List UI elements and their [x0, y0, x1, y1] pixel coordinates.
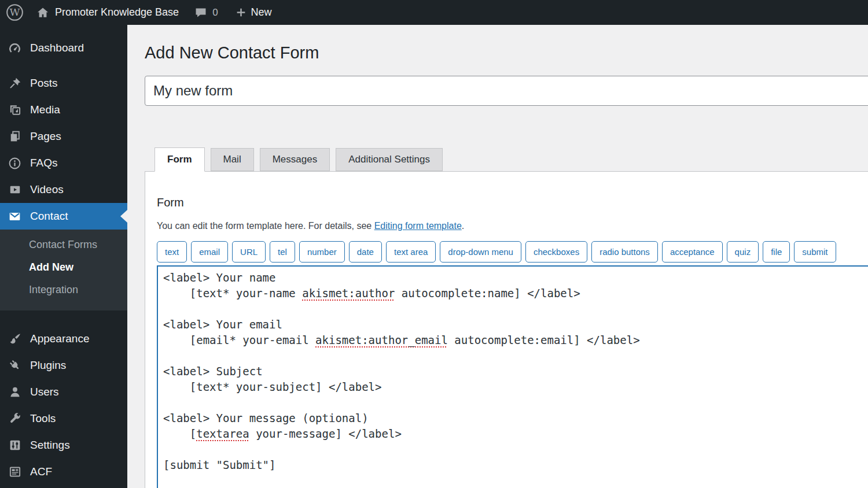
admin-sidebar: DashboardPostsMediaPagesFAQsVideosContac… — [0, 25, 127, 488]
sidebar-item-acf[interactable]: ACF — [0, 459, 127, 485]
brush-icon — [8, 332, 22, 345]
code-text: your-message] </label> — [249, 427, 402, 440]
tag-button-acceptance[interactable]: acceptance — [662, 241, 723, 263]
tag-button-file[interactable]: file — [763, 241, 790, 263]
sidebar-item-label: Pages — [30, 130, 61, 143]
code-line: [text* your-subject] </label> — [163, 379, 863, 395]
tab-messages[interactable]: Messages — [260, 148, 330, 171]
sidebar-item-settings[interactable]: Settings — [0, 432, 127, 459]
tab-additional-settings[interactable]: Additional Settings — [336, 148, 443, 171]
sidebar-item-videos[interactable]: Videos — [0, 176, 127, 203]
form-template-textarea[interactable]: <label> Your name [text* your-name akism… — [157, 265, 868, 488]
comment-bubble-icon — [194, 6, 207, 19]
sidebar-item-label: Appearance — [30, 332, 89, 345]
code-line — [163, 395, 863, 411]
sidebar-item-label: Plugins — [30, 359, 66, 372]
code-text: [text* your-name — [163, 287, 302, 300]
tag-button-date[interactable]: date — [349, 241, 382, 263]
wordpress-logo-button[interactable]: W — [6, 0, 24, 25]
tag-button-url[interactable]: URL — [232, 241, 266, 263]
code-text: [email* your-email — [163, 334, 315, 346]
sidebar-item-appearance[interactable]: Appearance — [0, 326, 127, 352]
code-text: [submit "Submit"] — [163, 459, 275, 471]
code-text: [text* your-subject] </label> — [163, 380, 382, 393]
sidebar-item-pages[interactable]: Pages — [0, 123, 127, 150]
sliders-icon — [8, 439, 22, 452]
code-text: autocomplete:name] </label> — [395, 287, 580, 300]
form-panel-heading: Form — [157, 195, 863, 210]
acf-icon — [8, 465, 22, 478]
code-line: <label> Subject — [163, 364, 863, 379]
new-content-button[interactable]: New — [236, 0, 272, 25]
code-line — [163, 301, 863, 317]
submenu-item-integration[interactable]: Integration — [0, 279, 127, 301]
comments-button[interactable]: 0 — [194, 0, 218, 25]
form-title-input[interactable] — [145, 76, 868, 106]
code-line: <label> Your name — [163, 270, 863, 286]
tag-button-text-area[interactable]: text area — [386, 241, 436, 263]
form-panel: Form You can edit the form template here… — [145, 171, 868, 488]
sidebar-item-posts[interactable]: Posts — [0, 70, 127, 97]
code-line: <label> Your email — [163, 317, 863, 332]
sidebar-item-label: Tools — [30, 412, 56, 425]
misspelled-token: textarea — [196, 427, 249, 440]
sidebar-item-plugins[interactable]: Plugins — [0, 352, 127, 379]
sidebar-item-label: FAQs — [30, 157, 58, 169]
code-line: <label> Your message (optional) — [163, 411, 863, 426]
tag-button-submit[interactable]: submit — [794, 241, 836, 263]
sidebar-item-label: Users — [30, 386, 59, 398]
menu-separator — [0, 310, 127, 326]
svg-text:W: W — [10, 6, 20, 18]
user-icon — [8, 386, 22, 398]
misspelled-token: akismet:author_email — [315, 334, 448, 346]
code-line — [163, 442, 863, 457]
sidebar-item-faqs[interactable]: FAQs — [0, 150, 127, 176]
tag-button-quiz[interactable]: quiz — [727, 241, 759, 263]
main-content: Add New Contact Form FormMailMessagesAdd… — [127, 25, 868, 488]
sidebar-item-label: Dashboard — [30, 42, 84, 54]
sidebar-submenu: Contact FormsAdd NewIntegration — [0, 230, 127, 310]
tag-button-email[interactable]: email — [191, 241, 228, 263]
tag-button-number[interactable]: number — [299, 241, 345, 263]
sidebar-item-contact[interactable]: Contact — [0, 203, 127, 230]
code-text: autocomplete:email] </label> — [448, 334, 640, 346]
video-icon — [8, 183, 22, 196]
tag-button-tel[interactable]: tel — [270, 241, 295, 263]
tab-mail[interactable]: Mail — [211, 148, 254, 171]
sidebar-item-label: Posts — [30, 77, 58, 90]
tag-generator-toolbar: textemailURLtelnumberdatetext areadrop-d… — [157, 241, 863, 263]
media-icon — [8, 103, 22, 116]
home-icon — [36, 6, 49, 19]
submenu-item-contact-forms[interactable]: Contact Forms — [0, 234, 127, 256]
code-line — [163, 348, 863, 364]
tab-form[interactable]: Form — [155, 147, 205, 172]
comments-count: 0 — [212, 7, 218, 19]
sidebar-item-label: Contact — [30, 210, 68, 223]
sidebar-item-users[interactable]: Users — [0, 379, 127, 405]
tag-button-radio-buttons[interactable]: radio buttons — [591, 241, 658, 263]
wrench-icon — [8, 412, 22, 425]
envelope-icon — [8, 210, 22, 223]
code-line: [textarea your-message] </label> — [163, 426, 863, 442]
tag-button-text[interactable]: text — [157, 241, 187, 263]
sidebar-item-media[interactable]: Media — [0, 97, 127, 123]
sidebar-item-label: Videos — [30, 183, 64, 196]
editing-form-template-link[interactable]: Editing form template — [374, 221, 462, 231]
editor-tabs: FormMailMessagesAdditional Settings — [145, 147, 868, 171]
menu-separator — [0, 61, 127, 70]
site-name: Promoter Knowledge Base — [55, 6, 179, 19]
current-menu-arrow — [120, 210, 127, 223]
wordpress-logo-icon: W — [6, 3, 24, 21]
pages-icon — [8, 130, 22, 143]
tag-button-checkboxes[interactable]: checkboxes — [525, 241, 587, 263]
code-line: [text* your-name akismet:author autocomp… — [163, 286, 863, 301]
sidebar-item-tools[interactable]: Tools — [0, 405, 127, 432]
site-name-link[interactable]: Promoter Knowledge Base — [36, 0, 179, 25]
dashboard-icon — [8, 42, 22, 55]
submenu-item-add-new[interactable]: Add New — [0, 256, 127, 279]
code-text: <label> Your message (optional) — [163, 412, 369, 424]
sidebar-item-label: Settings — [30, 439, 70, 452]
sidebar-item-dashboard[interactable]: Dashboard — [0, 35, 127, 61]
plugin-icon — [8, 359, 22, 372]
tag-button-drop-down-menu[interactable]: drop-down menu — [440, 241, 521, 263]
